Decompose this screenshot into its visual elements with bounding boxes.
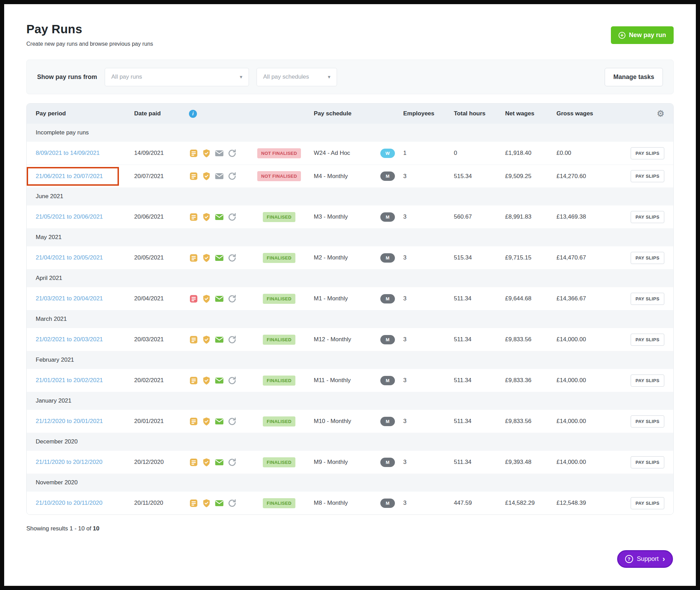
group-header-row: January 2021 [27, 392, 673, 410]
pension-shield-icon[interactable] [202, 294, 211, 303]
pension-shield-icon[interactable] [202, 499, 211, 508]
pay-schedules-filter-select[interactable]: All pay schedules ▾ [257, 68, 337, 86]
email-icon[interactable] [215, 417, 224, 426]
results-summary-text: Showing results 1 - 10 of [26, 525, 93, 532]
date-paid-value: 14/09/2021 [134, 150, 189, 157]
pension-shield-icon[interactable] [202, 376, 211, 385]
email-icon[interactable] [215, 212, 224, 222]
sync-icon[interactable] [227, 294, 237, 303]
pay-schedule-value: M12 - Monthly [314, 336, 380, 343]
gross-wages-value: £14,000.00 [556, 336, 616, 343]
sync-icon[interactable] [227, 335, 237, 344]
sync-icon[interactable] [227, 417, 237, 426]
pay-run-row: 21/01/2021 to 20/02/2021 20/02/2021 FINA… [27, 369, 673, 392]
journal-icon[interactable] [189, 171, 198, 181]
email-icon[interactable] [215, 149, 224, 158]
col-pay-schedule: Pay schedule [314, 110, 380, 117]
support-button[interactable]: ? Support › [617, 550, 673, 568]
sync-icon[interactable] [227, 149, 237, 158]
pay-slips-button[interactable]: PAY SLIPS [631, 170, 664, 182]
sync-icon[interactable] [227, 499, 237, 508]
employees-value: 3 [403, 254, 454, 261]
new-pay-run-button[interactable]: + New pay run [611, 26, 674, 44]
schedule-type-badge: M [380, 171, 395, 181]
email-icon[interactable] [215, 253, 224, 263]
gear-icon[interactable]: ⚙ [657, 109, 664, 118]
journal-icon[interactable] [189, 335, 198, 344]
pay-slips-button[interactable]: PAY SLIPS [631, 415, 664, 428]
net-wages-value: £9,715.15 [505, 254, 556, 261]
journal-icon[interactable] [189, 458, 198, 467]
group-header-row: February 2021 [27, 351, 673, 369]
journal-icon[interactable] [189, 417, 198, 426]
email-icon[interactable] [215, 499, 224, 508]
pay-period-link[interactable]: 8/09/2021 to 14/09/2021 [36, 150, 100, 156]
sync-icon[interactable] [227, 253, 237, 263]
total-hours-value: 447.59 [454, 500, 505, 507]
net-wages-value: £8,991.83 [505, 213, 556, 220]
sync-icon[interactable] [227, 212, 237, 222]
journal-icon[interactable] [189, 253, 198, 263]
pay-period-link[interactable]: 21/03/2021 to 20/04/2021 [36, 295, 103, 302]
email-icon[interactable] [215, 376, 224, 385]
pay-period-link[interactable]: 21/05/2021 to 20/06/2021 [36, 213, 103, 220]
email-icon[interactable] [215, 458, 224, 467]
group-header-label: February 2021 [36, 356, 74, 363]
table-body: Incomplete pay runs 8/09/2021 to 14/09/2… [27, 124, 673, 514]
journal-icon[interactable] [189, 294, 198, 303]
pay-slips-button[interactable]: PAY SLIPS [631, 375, 664, 387]
email-icon[interactable] [215, 294, 224, 303]
pay-run-row: 21/12/2020 to 20/01/2021 20/01/2021 FINA… [27, 410, 673, 433]
pay-run-row: 21/03/2021 to 20/04/2021 20/04/2021 FINA… [27, 287, 673, 310]
pay-run-row: 21/10/2020 to 20/11/2020 20/11/2020 FINA… [27, 492, 673, 514]
pay-period-link[interactable]: 21/01/2021 to 20/02/2021 [36, 377, 103, 384]
pay-slips-button[interactable]: PAY SLIPS [631, 456, 664, 468]
email-icon[interactable] [215, 335, 224, 344]
pension-shield-icon[interactable] [202, 335, 211, 344]
group-header-row: November 2020 [27, 474, 673, 492]
status-badge: FINALISED [263, 212, 295, 222]
pay-run-row: 8/09/2021 to 14/09/2021 14/09/2021 NOT F… [27, 142, 673, 165]
pay-period-link[interactable]: 21/04/2021 to 20/05/2021 [36, 254, 103, 261]
pay-slips-button[interactable]: PAY SLIPS [631, 497, 664, 509]
pension-shield-icon[interactable] [202, 149, 211, 158]
pay-period-link[interactable]: 21/02/2021 to 20/03/2021 [36, 336, 103, 343]
status-badge: FINALISED [263, 253, 295, 263]
employees-value: 3 [403, 173, 454, 180]
pay-period-link[interactable]: 21/11/2020 to 20/12/2020 [36, 459, 103, 465]
chevron-down-icon: ▾ [323, 74, 331, 80]
date-paid-value: 20/05/2021 [134, 254, 189, 261]
pay-runs-filter-select[interactable]: All pay runs ▾ [105, 68, 249, 86]
sync-icon[interactable] [227, 171, 237, 181]
total-hours-value: 511.34 [454, 418, 505, 425]
group-header-label: April 2021 [36, 275, 62, 282]
pension-shield-icon[interactable] [202, 417, 211, 426]
pay-period-link[interactable]: 21/10/2020 to 20/11/2020 [36, 500, 103, 506]
pay-slips-button[interactable]: PAY SLIPS [631, 334, 664, 346]
journal-icon[interactable] [189, 499, 198, 508]
pay-schedule-value: M10 - Monthly [314, 418, 380, 425]
pay-slips-button[interactable]: PAY SLIPS [631, 211, 664, 223]
date-paid-value: 20/02/2021 [134, 377, 189, 384]
pay-period-link[interactable]: 21/06/2021 to 20/07/2021 [36, 173, 103, 179]
pension-shield-icon[interactable] [202, 253, 211, 263]
journal-icon[interactable] [189, 376, 198, 385]
journal-icon[interactable] [189, 149, 198, 158]
gross-wages-value: £13,469.38 [556, 213, 616, 220]
pension-shield-icon[interactable] [202, 171, 211, 181]
pay-period-link[interactable]: 21/12/2020 to 20/01/2021 [36, 418, 103, 424]
pension-shield-icon[interactable] [202, 212, 211, 222]
info-icon[interactable]: i [189, 110, 197, 118]
chevron-down-icon: ▾ [235, 74, 243, 80]
pay-slips-button[interactable]: PAY SLIPS [631, 252, 664, 264]
pay-slips-button[interactable]: PAY SLIPS [631, 293, 664, 305]
sync-icon[interactable] [227, 458, 237, 467]
pension-shield-icon[interactable] [202, 458, 211, 467]
email-icon[interactable] [215, 171, 224, 181]
manage-tasks-button[interactable]: Manage tasks [605, 68, 663, 86]
pay-slips-button[interactable]: PAY SLIPS [631, 147, 664, 159]
pay-schedule-value: M8 - Monthly [314, 500, 380, 507]
journal-icon[interactable] [189, 212, 198, 222]
sync-icon[interactable] [227, 376, 237, 385]
net-wages-value: £9,833.56 [505, 336, 556, 343]
